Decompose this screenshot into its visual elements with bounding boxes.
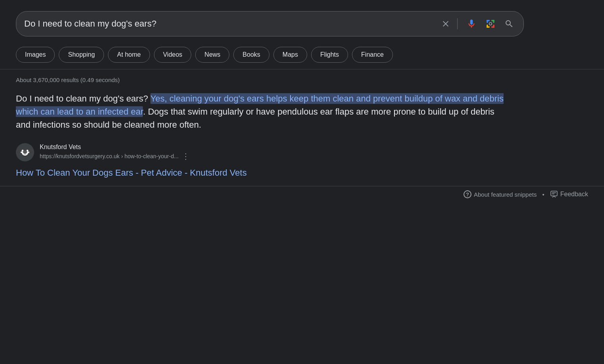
about-snippets-label: About featured snippets xyxy=(474,191,537,198)
search-icon xyxy=(504,19,514,29)
tab-finance[interactable]: Finance xyxy=(352,47,393,63)
source-info: Knutsford Vets https://knutsfordvetsurge… xyxy=(40,144,190,161)
search-button[interactable] xyxy=(503,17,516,30)
search-input[interactable] xyxy=(24,19,441,29)
feedback-button[interactable]: Feedback xyxy=(550,190,588,198)
feedback-icon xyxy=(550,190,558,198)
tab-videos[interactable]: Videos xyxy=(154,47,192,63)
microphone-button[interactable] xyxy=(465,17,478,31)
svg-rect-1 xyxy=(487,20,488,23)
tab-books[interactable]: Books xyxy=(233,47,269,63)
icon-divider xyxy=(457,18,458,29)
feedback-area: ? About featured snippets • Feedback xyxy=(464,190,588,198)
snippet-prefix: Do I need to clean my dog's ears? xyxy=(16,94,150,103)
svg-rect-7 xyxy=(493,25,494,28)
svg-rect-3 xyxy=(493,20,494,23)
lens-icon xyxy=(485,19,496,29)
tab-news[interactable]: News xyxy=(195,47,229,63)
svg-point-12 xyxy=(21,151,22,153)
bottom-bar: ? About featured snippets • Feedback xyxy=(0,186,604,202)
search-bar xyxy=(16,11,524,36)
svg-point-17 xyxy=(23,150,27,154)
results-count: About 3,670,000 results (0.49 seconds) xyxy=(16,77,588,83)
svg-point-8 xyxy=(489,23,492,25)
svg-rect-5 xyxy=(487,25,488,28)
more-options-icon[interactable]: ⋮ xyxy=(182,151,190,161)
tab-maps[interactable]: Maps xyxy=(273,47,307,63)
tab-shopping[interactable]: Shopping xyxy=(59,47,104,63)
question-icon: ? xyxy=(464,190,471,198)
divider xyxy=(0,69,604,69)
source-row: Knutsford Vets https://knutsfordvetsurge… xyxy=(16,143,588,161)
tab-images[interactable]: Images xyxy=(16,47,55,63)
clear-icon[interactable] xyxy=(441,19,450,28)
svg-rect-18 xyxy=(551,191,557,196)
result-link[interactable]: How To Clean Your Dogs Ears - Pet Advice… xyxy=(16,168,588,178)
microphone-icon xyxy=(466,19,477,29)
about-snippets[interactable]: ? About featured snippets xyxy=(464,190,537,198)
source-name: Knutsford Vets xyxy=(40,144,190,151)
feedback-label: Feedback xyxy=(560,191,588,198)
filter-tabs: Images Shopping At home Videos News Book… xyxy=(0,44,604,69)
tab-flights[interactable]: Flights xyxy=(311,47,348,63)
lens-button[interactable] xyxy=(484,17,497,31)
search-bar-wrapper xyxy=(0,0,604,44)
tab-at-home[interactable]: At home xyxy=(108,47,150,63)
svg-point-13 xyxy=(28,151,29,153)
snippet-text: Do I need to clean my dog's ears? Yes, c… xyxy=(16,92,508,131)
results-area: About 3,670,000 results (0.49 seconds) D… xyxy=(0,77,604,178)
source-url-row: https://knutsfordvetsurgery.co.uk › how-… xyxy=(40,151,190,161)
search-bar-icons xyxy=(441,17,516,31)
source-favicon xyxy=(16,143,34,161)
favicon-icon xyxy=(19,147,31,158)
dot-separator: • xyxy=(542,191,544,198)
source-url: https://knutsfordvetsurgery.co.uk › how-… xyxy=(40,153,179,159)
